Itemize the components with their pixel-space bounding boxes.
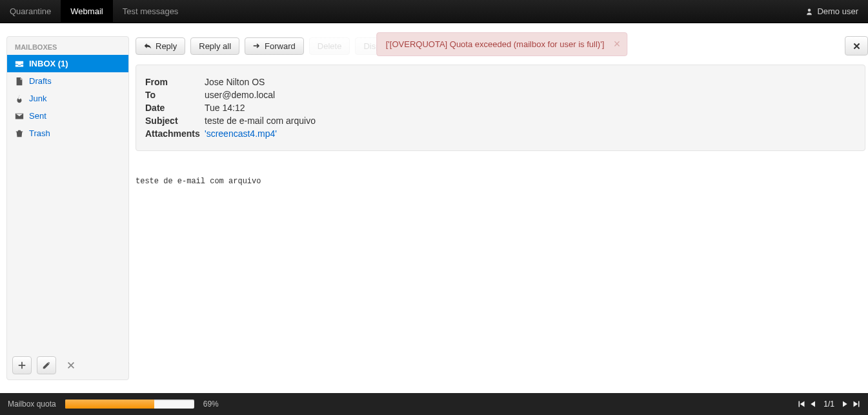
user-label: Demo user xyxy=(817,6,858,16)
nav-label: Webmail xyxy=(70,6,103,16)
mailbox-sent[interactable]: Sent xyxy=(7,107,128,125)
value: Jose Nilton OS xyxy=(205,77,856,87)
header-to: To user@demo.local xyxy=(145,88,856,101)
file-icon xyxy=(15,77,24,86)
sidebar: MAILBOXES INBOX (1) Drafts Junk Sent xyxy=(0,23,136,393)
label: From xyxy=(145,77,205,87)
quota-percent: 69% xyxy=(203,400,219,409)
header-date: Date Tue 14:12 xyxy=(145,101,856,114)
reply-button[interactable]: Reply xyxy=(136,37,185,55)
label: Subject xyxy=(145,116,205,126)
attachment-link[interactable]: 'screencast4.mp4' xyxy=(205,128,277,139)
user-menu[interactable]: Demo user xyxy=(796,0,868,23)
forward-button[interactable]: Forward xyxy=(245,37,304,55)
fire-icon xyxy=(15,94,24,103)
x-icon xyxy=(66,361,76,370)
edit-mailbox-button[interactable] xyxy=(37,356,56,374)
inbox-icon xyxy=(15,59,24,68)
alert-close-button[interactable]: × xyxy=(614,37,621,51)
header-attachments: Attachments 'screencast4.mp4' xyxy=(145,127,856,140)
quota-progress-bar xyxy=(65,400,154,409)
nav-test-messages[interactable]: Test messages xyxy=(113,0,188,23)
first-icon[interactable] xyxy=(798,400,805,408)
add-mailbox-button[interactable] xyxy=(12,356,32,374)
nav-label: Test messages xyxy=(123,6,179,16)
sidebar-actions xyxy=(7,351,128,380)
close-icon xyxy=(853,42,861,50)
mailbox-trash[interactable]: Trash xyxy=(7,125,128,142)
close-message-button[interactable] xyxy=(845,36,868,56)
main-area: MAILBOXES INBOX (1) Drafts Junk Sent xyxy=(0,23,868,393)
label: Date xyxy=(145,103,205,113)
mailbox-label: Trash xyxy=(29,128,50,138)
mailboxes-title: MAILBOXES xyxy=(7,37,128,55)
label: Attachments xyxy=(145,128,205,139)
button-label: Reply all xyxy=(199,41,231,51)
quota-label: Mailbox quota xyxy=(8,400,56,409)
mailboxes-panel: MAILBOXES INBOX (1) Drafts Junk Sent xyxy=(6,36,129,380)
pager: 1/1 xyxy=(798,400,860,409)
mailbox-label: Junk xyxy=(29,94,46,103)
remove-mailbox-button[interactable] xyxy=(61,356,81,374)
nav-webmail[interactable]: Webmail xyxy=(61,0,112,23)
delete-button[interactable]: Delete xyxy=(309,37,350,55)
mailbox-label: Drafts xyxy=(29,76,52,86)
message-body: teste de e-mail com arquivo xyxy=(136,151,868,186)
plus-icon xyxy=(17,361,26,370)
value: teste de e-mail com arquivo xyxy=(205,116,856,126)
value: Tue 14:12 xyxy=(205,103,856,113)
reply-icon xyxy=(144,42,152,50)
nav-label: Quarantine xyxy=(10,6,51,16)
nav-quarantine[interactable]: Quarantine xyxy=(0,0,61,23)
reply-all-button[interactable]: Reply all xyxy=(190,37,239,55)
pencil-icon xyxy=(42,361,51,370)
mailbox-drafts[interactable]: Drafts xyxy=(7,72,128,90)
mailbox-label: Sent xyxy=(29,111,46,121)
mailbox-inbox[interactable]: INBOX (1) xyxy=(7,55,128,72)
value: user@demo.local xyxy=(205,90,856,100)
label: To xyxy=(145,90,205,100)
footer-bar: Mailbox quota 69% 1/1 xyxy=(0,393,868,415)
next-icon[interactable] xyxy=(841,400,849,408)
alert-text: ['[OVERQUOTA] Quota exceeded (mailbox fo… xyxy=(386,39,605,49)
mailbox-label: INBOX (1) xyxy=(29,59,68,68)
header-subject: Subject teste de e-mail com arquivo xyxy=(145,114,856,127)
mailboxes-list: INBOX (1) Drafts Junk Sent Trash xyxy=(7,55,128,380)
button-label: Forward xyxy=(265,41,296,51)
prev-icon[interactable] xyxy=(809,400,817,408)
message-headers: From Jose Nilton OS To user@demo.local D… xyxy=(136,65,865,151)
top-navbar: Quarantine Webmail Test messages Demo us… xyxy=(0,0,868,23)
last-icon[interactable] xyxy=(853,400,860,408)
user-icon xyxy=(805,8,813,15)
pager-text: 1/1 xyxy=(821,400,837,409)
envelope-icon xyxy=(15,112,24,121)
trash-icon xyxy=(15,129,24,138)
content-area: ['[OVERQUOTA] Quota exceeded (mailbox fo… xyxy=(136,23,868,393)
button-label: Reply xyxy=(156,41,177,51)
quota-progress xyxy=(65,400,194,409)
header-from: From Jose Nilton OS xyxy=(145,76,856,88)
button-label: Delete xyxy=(318,41,342,51)
alert-overquota: ['[OVERQUOTA] Quota exceeded (mailbox fo… xyxy=(376,32,628,56)
mailbox-junk[interactable]: Junk xyxy=(7,90,128,107)
forward-icon xyxy=(253,42,261,50)
